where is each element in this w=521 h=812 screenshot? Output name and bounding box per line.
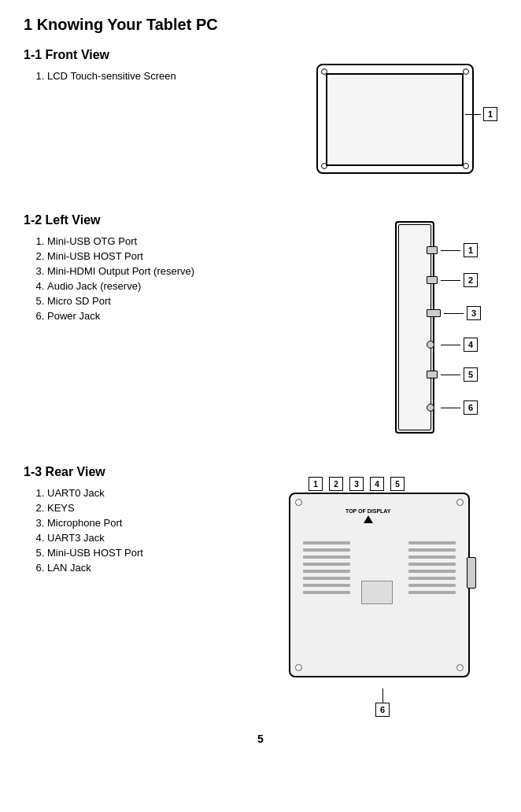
callout-3: 3 [467,306,481,320]
left-vents [303,541,350,594]
callout-box-1: 1 [483,107,497,121]
vent-line [303,555,350,559]
vent-line [408,591,456,594]
port-line [441,250,460,251]
list-item: Micro SD Port [47,295,379,307]
lv-port-3: 3 [427,306,481,320]
left-view-list: Mini-USB OTG Port Mini-USB HOST Port Min… [47,235,379,322]
rear-view-text: 1-3 Rear View UART0 Jack KEYS Microphone… [24,465,277,581]
vent-line [408,541,456,544]
front-view-list: LCD Touch-sensitive Screen [47,70,293,82]
callout-1: 1 [464,243,478,257]
vent-line [408,563,456,566]
front-view-heading: 1-1 Front View [24,48,293,62]
port-circle [427,341,434,349]
list-item: Microphone Port [47,517,277,529]
port-rect [427,371,438,378]
top-callout-5: 5 [390,477,405,491]
list-item: LCD Touch-sensitive Screen [47,70,293,82]
rear-view-list: UART0 Jack KEYS Microphone Port UART3 Ja… [47,487,277,574]
list-item: Audio Jack (reserve) [47,280,379,292]
section-rear-view: 1-3 Rear View UART0 Jack KEYS Microphone… [24,465,497,717]
vent-line [303,563,350,566]
list-item: LAN Jack [47,562,277,574]
port-line [441,408,460,408]
port-line [441,375,460,375]
rear-view-heading: 1-3 Rear View [24,465,277,479]
vent-line [303,548,350,552]
arrow-up-icon [364,515,373,523]
center-box [361,581,393,604]
list-item: Mini-USB HOST Port [47,250,379,262]
screw-br [463,163,469,169]
left-view-diagram: 1 2 3 4 5 6 [387,213,497,449]
port-rect-hdmi [427,309,441,317]
vent-line [303,577,350,580]
rear-body: TOP OF DISPLAY [289,493,470,677]
top-callout-3: 3 [349,477,364,491]
rear-view-diagram: 1 2 3 4 5 TOP OF DISPLAY [285,465,497,717]
callout-5: 5 [464,367,478,382]
callout-6-box: 6 [375,703,390,717]
lv-port-4: 4 [427,338,478,352]
top-of-display: TOP OF DISPLAY [345,508,390,525]
top-callout-1: 1 [309,477,323,491]
callout-4: 4 [464,338,478,352]
top-display-label: TOP OF DISPLAY [345,508,390,514]
lv-port-1: 1 [427,243,478,257]
vent-line [303,570,350,573]
vent-line [408,570,456,573]
vent-line [303,591,350,594]
callout-2: 2 [464,273,478,287]
tablet-screen [326,73,464,166]
screw-tl [295,499,302,506]
top-callout-2: 2 [329,477,343,491]
port-circle [427,404,434,412]
vent-line [408,584,456,587]
port-rect [427,246,438,254]
screw-tr [463,68,469,75]
tablet-frame [316,64,474,174]
port-line [444,313,464,314]
list-item: Power Jack [47,310,379,322]
page-title: 1 Knowing Your Tablet PC [24,16,497,34]
screw-tr [456,499,464,506]
list-item: UART0 Jack [47,487,277,499]
vent-line [408,577,456,580]
bottom-line [382,688,383,703]
port-line [441,345,460,345]
lv-port-5: 5 [427,367,478,382]
front-callout-1: 1 [465,107,497,121]
right-side-connector [467,557,476,589]
section-left-view: 1-2 Left View Mini-USB OTG Port Mini-USB… [24,213,497,449]
top-callouts-row: 1 2 3 4 5 [309,477,405,491]
list-item: Mini-HDMI Output Port (reserve) [47,265,379,277]
callout-6: 6 [464,400,478,415]
top-callout-4: 4 [370,477,384,491]
page-number: 5 [24,733,497,745]
port-rect [427,276,438,284]
list-item: KEYS [47,502,277,514]
callout-line [465,114,481,115]
section-front-view: 1-1 Front View LCD Touch-sensitive Scree… [24,48,497,190]
list-item: UART3 Jack [47,532,277,544]
screw-br [456,664,464,671]
vent-line [303,584,350,587]
front-view-diagram: 1 [301,48,497,190]
vent-line [408,548,456,552]
left-view-heading: 1-2 Left View [24,213,379,227]
list-item: Mini-USB OTG Port [47,235,379,247]
port-line [441,280,460,281]
list-item: Mini-USB HOST Port [47,547,277,559]
bottom-callout-6: 6 [375,688,390,717]
lv-port-2: 2 [427,273,478,287]
right-vents [408,541,456,594]
vent-line [408,555,456,559]
lv-port-6: 6 [427,400,478,415]
vent-line [303,541,350,544]
front-view-text: 1-1 Front View LCD Touch-sensitive Scree… [24,48,293,90]
screw-bl [295,664,302,671]
left-view-text: 1-2 Left View Mini-USB OTG Port Mini-USB… [24,213,379,330]
